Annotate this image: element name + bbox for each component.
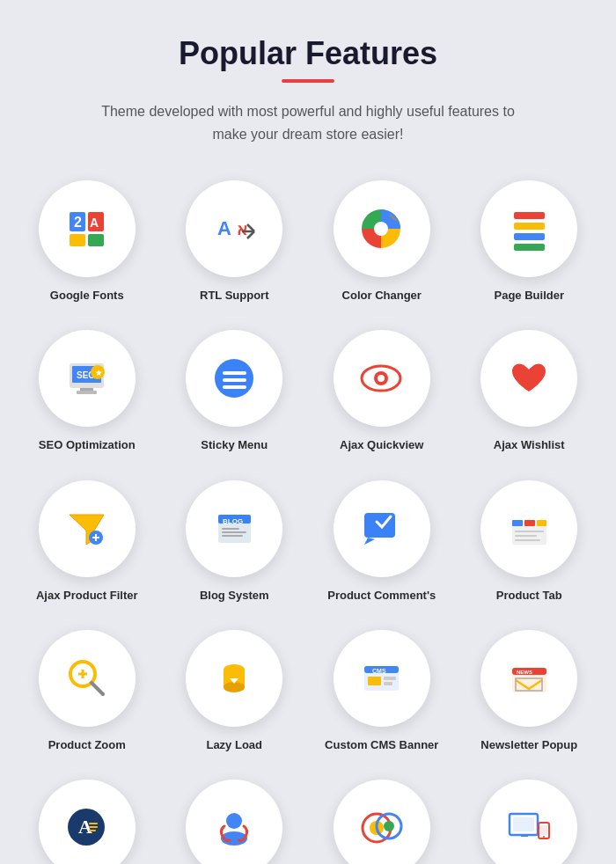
svg-point-81 — [543, 836, 545, 838]
feature-icon-circle-seo-optimization: SEO ★ — [39, 330, 136, 427]
feature-icon-circle-color-changer — [334, 180, 430, 277]
feature-item-newsletter-popup: NEWS Newsletter Popup — [460, 630, 599, 753]
svg-rect-61 — [384, 682, 392, 685]
feature-item-seo-optimization: SEO ★ SEO Optimization — [18, 330, 157, 453]
feature-label-product-tab: Product Tab — [496, 588, 562, 604]
svg-rect-68 — [89, 826, 98, 828]
feature-label-color-changer: Color Changer — [342, 288, 422, 304]
feature-icon-circle-ajax-product-filter — [39, 480, 136, 577]
feature-icon-circle-custom-cms-banner: CMS — [334, 630, 430, 727]
svg-rect-17 — [514, 244, 545, 251]
feature-icon-circle-page-builder — [480, 180, 577, 277]
svg-point-75 — [384, 821, 394, 831]
feature-item-customer-support: 24x7 Customer Support — [165, 780, 304, 864]
svg-rect-28 — [223, 385, 246, 389]
svg-rect-40 — [222, 535, 243, 537]
svg-text:★: ★ — [95, 369, 103, 377]
svg-rect-15 — [514, 223, 545, 230]
feature-item-google-fonts: 2 A Google Fonts — [18, 180, 157, 304]
svg-text:2: 2 — [74, 215, 82, 230]
feature-icon-circle-ajax-quickview — [334, 330, 430, 427]
svg-text:BLOG: BLOG — [223, 517, 243, 525]
svg-rect-27 — [223, 378, 246, 382]
feature-label-ajax-product-filter: Ajax Product Filter — [36, 588, 138, 604]
svg-rect-26 — [223, 371, 246, 375]
svg-text:CMS: CMS — [372, 668, 386, 674]
svg-rect-60 — [384, 677, 396, 680]
svg-text:NEWS: NEWS — [517, 670, 532, 675]
feature-item-lazy-load: Lazy Load — [165, 630, 304, 753]
feature-label-newsletter-popup: Newsletter Popup — [480, 737, 577, 753]
subtitle: Theme developed with most powerful and h… — [88, 100, 528, 145]
feature-label-rtl-support: RTL Support — [200, 288, 268, 304]
svg-rect-47 — [515, 535, 537, 537]
svg-rect-22 — [77, 391, 97, 394]
svg-point-70 — [226, 813, 242, 829]
page-title: Popular Features — [179, 35, 437, 72]
feature-icon-circle-lazy-load — [186, 630, 282, 727]
feature-label-seo-optimization: SEO Optimization — [39, 437, 136, 453]
feature-label-product-comments: Product Comment's — [327, 588, 436, 604]
title-underline — [282, 79, 334, 83]
svg-rect-45 — [537, 520, 546, 526]
feature-item-rtl-support: A א RTL Support — [165, 180, 304, 304]
svg-rect-59 — [368, 677, 381, 685]
feature-item-browser-compatibility: Browser Compatibility — [312, 780, 451, 864]
feature-icon-circle-product-tab — [480, 480, 577, 577]
feature-label-google-fonts: Google Fonts — [50, 288, 124, 304]
feature-item-font-changer: A Font Changer — [18, 780, 157, 864]
svg-rect-80 — [540, 825, 547, 835]
feature-icon-circle-responsive-design — [480, 780, 577, 864]
feature-icon-circle-product-comments — [334, 480, 430, 577]
feature-item-ajax-product-filter: Ajax Product Filter — [18, 480, 157, 604]
svg-rect-21 — [80, 388, 93, 391]
feature-label-blog-system: Blog System — [200, 588, 269, 604]
feature-item-custom-cms-banner: CMS Custom CMS Banner — [312, 630, 451, 753]
feature-item-blog-system: BLOG Blog System — [165, 480, 304, 604]
svg-line-50 — [92, 683, 103, 694]
feature-icon-circle-sticky-menu — [186, 330, 282, 427]
feature-item-ajax-quickview: Ajax Quickview — [312, 330, 451, 453]
feature-label-ajax-quickview: Ajax Quickview — [340, 437, 423, 453]
feature-icon-circle-rtl-support: A א — [186, 180, 282, 277]
feature-item-ajax-wishlist: Ajax Wishlist — [460, 330, 599, 453]
svg-rect-48 — [515, 539, 540, 541]
svg-rect-43 — [512, 520, 523, 526]
svg-rect-78 — [521, 835, 528, 837]
feature-label-product-zoom: Product Zoom — [48, 737, 126, 753]
svg-rect-69 — [89, 830, 96, 831]
svg-rect-44 — [524, 520, 535, 526]
feature-icon-circle-product-zoom — [39, 630, 136, 727]
svg-point-12 — [374, 222, 388, 236]
feature-label-lazy-load: Lazy Load — [206, 737, 262, 753]
feature-label-page-builder: Page Builder — [495, 288, 564, 304]
feature-icon-circle-font-changer: A — [39, 780, 136, 864]
feature-label-sticky-menu: Sticky Menu — [201, 437, 268, 453]
svg-rect-3 — [88, 234, 104, 246]
feature-icon-circle-blog-system: BLOG — [186, 480, 282, 577]
feature-icon-circle-browser-compatibility — [334, 780, 430, 864]
feature-icon-circle-newsletter-popup: NEWS — [480, 630, 577, 727]
svg-rect-14 — [514, 212, 545, 219]
feature-item-color-changer: Color Changer — [312, 180, 451, 304]
feature-item-responsive-design: 100% Responsive Design — [460, 780, 599, 864]
svg-rect-46 — [515, 531, 544, 532]
svg-text:א: א — [237, 221, 247, 238]
feature-item-page-builder: Page Builder — [460, 180, 599, 304]
feature-item-product-comments: Product Comment's — [312, 480, 451, 604]
feature-icon-circle-ajax-wishlist — [480, 330, 577, 427]
feature-icon-circle-customer-support — [186, 780, 282, 864]
svg-text:A: A — [90, 216, 99, 230]
feature-item-product-zoom: Product Zoom — [18, 630, 157, 753]
svg-rect-77 — [513, 817, 534, 831]
svg-rect-2 — [70, 234, 85, 246]
features-grid: 2 A Google Fonts A א RTL Support Color C… — [18, 180, 598, 864]
feature-icon-circle-google-fonts: 2 A — [39, 180, 136, 277]
feature-item-product-tab: Product Tab — [460, 480, 599, 604]
svg-rect-16 — [514, 233, 545, 240]
svg-rect-39 — [222, 531, 246, 533]
svg-text:A: A — [217, 217, 231, 239]
svg-rect-67 — [89, 823, 98, 824]
svg-point-31 — [378, 375, 385, 382]
feature-item-sticky-menu: Sticky Menu — [165, 330, 304, 453]
